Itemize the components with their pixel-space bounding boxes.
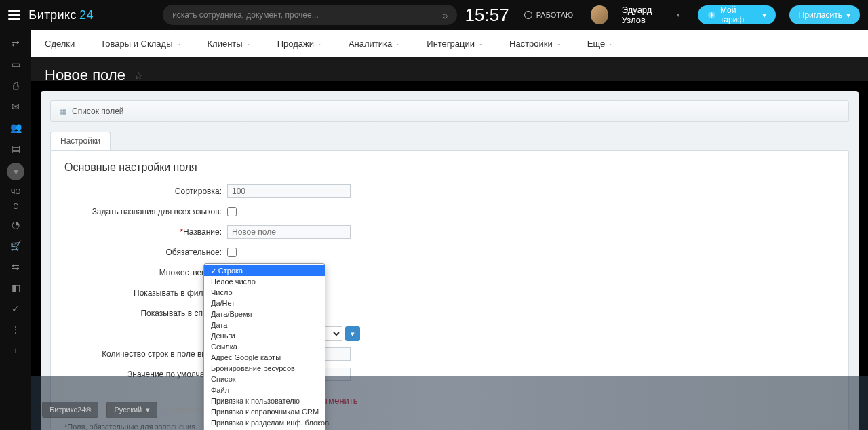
grid-icon: ▦ <box>59 106 66 116</box>
sb-icon-plus[interactable]: + <box>9 344 22 357</box>
sb-icon-print[interactable]: ⎙ <box>9 79 22 92</box>
dropdown-option[interactable]: Ссылка <box>204 341 325 352</box>
sb-icon-mail[interactable]: ✉ <box>9 100 22 113</box>
menu-item-1[interactable]: Товары и Склады⌄ <box>100 39 181 49</box>
status-dot-icon <box>524 11 532 19</box>
sb-icon-dots[interactable]: ⋮ <box>9 323 22 336</box>
sb-icon-transfer[interactable]: ⇆ <box>9 260 22 273</box>
dropdown-option[interactable]: Дата/Время <box>204 309 325 319</box>
dropdown-option[interactable]: Дата <box>204 319 325 330</box>
menu-item-0[interactable]: Сделки <box>45 39 75 49</box>
dropdown-option[interactable]: Целое число <box>204 276 325 287</box>
list-header[interactable]: ▦ Список полей <box>50 100 849 122</box>
search-icon: ⌕ <box>442 9 448 20</box>
menu-item-4[interactable]: Аналитика⌄ <box>349 39 401 49</box>
invite-button[interactable]: Пригласить▾ <box>789 5 860 24</box>
dropdown-option[interactable]: Файл <box>204 385 325 395</box>
dropdown-option[interactable]: Адрес Google карты <box>204 352 325 363</box>
dropdown-option[interactable]: Деньги <box>204 330 325 341</box>
logo[interactable]: Битрикс24 <box>28 8 94 22</box>
check-all-langs[interactable] <box>227 207 237 216</box>
dropdown-option[interactable]: Привязка к пользователю <box>204 395 325 406</box>
avatar[interactable] <box>591 5 608 24</box>
work-status[interactable]: РАБОТАЮ <box>524 11 573 19</box>
menu-item-2[interactable]: Клиенты⌄ <box>207 39 251 49</box>
input-sort[interactable] <box>227 184 351 198</box>
footer-badge[interactable]: Битрикс24® <box>42 402 98 418</box>
sb-icon-funnel[interactable]: ▾ <box>7 163 24 180</box>
footer-lang[interactable]: Русский▾ <box>106 402 157 418</box>
chevron-down-icon: ⌄ <box>176 41 181 47</box>
dropdown-option[interactable]: Да/Нет <box>204 298 325 309</box>
clock[interactable]: 15:57 <box>465 5 509 26</box>
rocket-icon <box>707 10 716 20</box>
label-sort: Сортировка: <box>64 187 227 196</box>
username-menu[interactable]: Эдуард Узлов▾ <box>622 5 681 25</box>
dropdown-option[interactable]: Привязка к разделам инф. блоков <box>204 417 325 428</box>
search-bar[interactable]: ⌕ <box>163 5 456 25</box>
dropdown-option[interactable]: Бронирование ресурсов <box>204 363 325 374</box>
menu-item-6[interactable]: Настройки⌄ <box>509 39 561 49</box>
chevron-down-icon: ▾ <box>846 10 850 20</box>
tab-settings[interactable]: Настройки <box>50 132 111 150</box>
chevron-down-icon: ⌄ <box>396 41 401 47</box>
page-title: Новое поле ☆ <box>31 57 868 91</box>
sb-icon-calendar[interactable]: ▭ <box>9 58 22 71</box>
type-dropdown[interactable]: СтрокаЦелое числоЧислоДа/НетДата/ВремяДа… <box>203 263 326 430</box>
search-input[interactable] <box>172 10 441 20</box>
label-multiple: Множественное: <box>64 268 227 277</box>
chevron-down-icon: ⌄ <box>479 41 484 47</box>
dropdown-option[interactable]: Список <box>204 374 325 385</box>
menubar: СделкиТовары и Склады⌄Клиенты⌄Продажи⌄Ан… <box>31 30 868 57</box>
chevron-down-icon: ▾ <box>762 10 766 20</box>
label-show-list: Показывать в списке: <box>64 309 227 318</box>
burger-menu[interactable] <box>8 8 20 22</box>
input-name[interactable] <box>227 225 351 239</box>
label-all-langs: Задать названия для всех языков: <box>64 207 227 216</box>
form-title: Основные настройки поля <box>64 161 835 174</box>
chevron-down-icon: ⌄ <box>609 41 614 47</box>
sb-icon-doc[interactable]: ▤ <box>9 142 22 155</box>
type-action-button[interactable]: ▾ <box>345 326 360 341</box>
label-show-filter: Показывать в фильтре: <box>64 288 227 298</box>
label-type: Тип: <box>64 329 227 338</box>
sb-text-1[interactable]: ЧО <box>11 188 20 195</box>
menu-item-5[interactable]: Интеграции⌄ <box>427 39 484 49</box>
check-required[interactable] <box>227 248 237 257</box>
label-required: Обязательное: <box>64 248 227 257</box>
dropdown-option[interactable]: Строка <box>204 265 325 276</box>
chevron-down-icon: ⌄ <box>247 41 252 47</box>
menu-item-7[interactable]: Еще⌄ <box>587 39 614 49</box>
chevron-down-icon: ⌄ <box>318 41 323 47</box>
menu-item-3[interactable]: Продажи⌄ <box>277 39 323 49</box>
sb-icon-people[interactable]: 👥 <box>9 121 22 134</box>
sb-icon-check[interactable]: ✓ <box>9 302 22 315</box>
tariff-button[interactable]: Мой тариф▾ <box>698 5 775 24</box>
star-icon[interactable]: ☆ <box>134 69 143 82</box>
sb-icon-speed[interactable]: ◔ <box>9 218 22 231</box>
left-sidebar: ⇄ ▭ ⎙ ✉ 👥 ▤ ▾ ЧО С ◔ 🛒 ⇆ ◧ ✓ ⋮ + <box>0 30 31 430</box>
label-rows: Количество строк в поле ввода: <box>64 349 227 359</box>
chevron-down-icon: ▾ <box>146 406 150 414</box>
label-name: *Название: <box>64 227 227 237</box>
chevron-down-icon: ⌄ <box>557 41 561 47</box>
sb-icon-cart[interactable]: 🛒 <box>9 239 22 252</box>
chevron-down-icon: ▾ <box>677 12 680 18</box>
sb-icon-feed[interactable]: ⇄ <box>9 37 22 50</box>
sb-icon-bot[interactable]: ◧ <box>9 281 22 294</box>
dropdown-option[interactable]: Привязка к справочникам CRM <box>204 406 325 417</box>
sb-text-2[interactable]: С <box>13 203 18 210</box>
dropdown-option[interactable]: Число <box>204 287 325 298</box>
